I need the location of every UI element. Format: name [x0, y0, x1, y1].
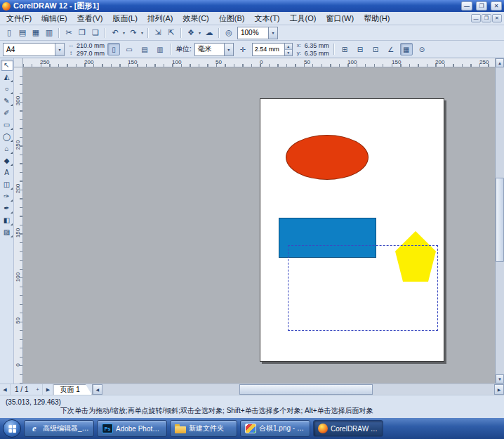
new-icon[interactable]: ▯ ▾	[3, 27, 15, 39]
basic-shapes-tool[interactable]: ◆	[1, 155, 13, 166]
chevron-down-icon[interactable]: ▾	[55, 44, 64, 55]
spin-down-icon[interactable]: ▼	[285, 49, 292, 55]
portrait-button[interactable]: ▯	[107, 43, 120, 55]
undo-icon[interactable]: ↶ ▾	[109, 27, 126, 39]
paper-height-field[interactable]: ↕297.0 mm	[67, 50, 105, 57]
pick-tool[interactable]: ↖	[1, 60, 13, 71]
taskbar-item-browser[interactable]: e 高级编辑器_百度...	[24, 420, 94, 437]
snap-to-objects-icon[interactable]: ⊡	[369, 43, 382, 55]
options-icon[interactable]: ⊙	[416, 43, 428, 55]
paper-type-combo[interactable]: A4 ▾	[3, 43, 65, 56]
snap-to-grid-icon[interactable]: ⊞	[338, 43, 351, 55]
menu-help[interactable]: 帮助(H)	[359, 12, 394, 25]
save-icon[interactable]: ▦ ▾	[29, 27, 42, 39]
spin-up-icon[interactable]: ▲	[285, 44, 292, 49]
menu-view[interactable]: 查看(V)	[72, 12, 108, 25]
ruler-origin[interactable]	[14, 58, 23, 67]
export-icon[interactable]: ⇱ ▾	[165, 27, 178, 39]
menu-tools[interactable]: 工具(O)	[285, 12, 321, 25]
vertical-scroll-track[interactable]	[496, 67, 504, 374]
minimize-button[interactable]: —	[461, 1, 472, 11]
text-tool[interactable]: A	[1, 167, 13, 178]
scroll-right-icon[interactable]: ▶	[494, 384, 504, 395]
vertical-scrollbar[interactable]: ▲ ▼	[495, 58, 504, 384]
doc-minimize-button[interactable]: —	[471, 14, 481, 22]
zoom-levels-icon[interactable]: ◎ ▾	[223, 27, 235, 39]
close-button[interactable]: ✕	[491, 1, 502, 11]
menu-file[interactable]: 文件(F)	[1, 12, 37, 25]
page[interactable]	[260, 98, 444, 362]
snap-to-guidelines-icon[interactable]: ⊟	[354, 43, 366, 55]
doc-close-button[interactable]: ✕	[492, 14, 502, 22]
outline-tool[interactable]: ✒	[1, 203, 13, 214]
horizontal-scrollbar[interactable]: ◀ ▶	[92, 384, 504, 395]
horizontal-ruler[interactable]: 25020015010050050100150200250	[23, 58, 495, 67]
menu-edit[interactable]: 编辑(E)	[37, 12, 72, 25]
copy-icon[interactable]: ❐ ▾	[76, 27, 88, 39]
dropdown-arrow-icon[interactable]: ▾	[140, 30, 145, 35]
chevron-down-icon[interactable]: ▾	[268, 27, 277, 39]
taskbar-item-folder[interactable]: 新建文件夹	[170, 420, 237, 437]
current-page-layout-button[interactable]: ▥	[154, 43, 166, 55]
open-icon[interactable]: ▤ ▾	[16, 27, 29, 39]
taskbar-item-paint[interactable]: 合棋1.png - 画图	[240, 420, 310, 437]
menu-window[interactable]: 窗口(W)	[321, 12, 359, 25]
chevron-down-icon[interactable]: ▾	[224, 44, 233, 55]
zoom-level-combo[interactable]: 100% ▾	[237, 27, 278, 39]
horizontal-scroll-thumb[interactable]	[239, 384, 373, 395]
units-combo[interactable]: 毫米 ▾	[194, 43, 234, 56]
zoom-tool[interactable]: ○	[1, 84, 13, 95]
duplicate-y-field[interactable]: y:6.35 mm	[296, 50, 329, 57]
polygon-tool[interactable]: ⌂	[1, 143, 13, 155]
nudge-spinner[interactable]: ▲▼	[284, 44, 292, 55]
first-page-button[interactable]: ◀	[0, 384, 11, 395]
dynamic-guides-icon[interactable]: ∠	[385, 43, 397, 55]
scroll-up-icon[interactable]: ▲	[496, 58, 504, 67]
all-pages-layout-button[interactable]: ▤	[138, 43, 151, 55]
taskbar-item-photoshop[interactable]: Ps Adobe Photosh...	[97, 420, 167, 437]
fill-tool[interactable]: ◧	[1, 215, 13, 226]
print-icon[interactable]: ▥ ▾	[43, 27, 55, 39]
treat-as-filled-icon[interactable]: ▦	[400, 43, 413, 55]
menu-bitmaps[interactable]: 位图(B)	[214, 12, 250, 25]
application-launcher-icon[interactable]: ❖ ▾	[185, 27, 202, 39]
import-icon[interactable]: ⇲ ▾	[152, 27, 164, 39]
interactive-blend-tool[interactable]: ◫	[1, 179, 13, 190]
doc-restore-button[interactable]: ❐	[482, 14, 491, 22]
horizontal-scroll-track[interactable]	[102, 384, 494, 395]
freehand-tool[interactable]: ✎	[1, 96, 13, 107]
menu-arrange[interactable]: 排列(A)	[142, 12, 178, 25]
scroll-left-icon[interactable]: ◀	[93, 384, 102, 395]
paste-icon[interactable]: ❏ ▾	[89, 27, 102, 39]
dropdown-arrow-icon[interactable]: ▾	[121, 30, 126, 35]
redo-icon[interactable]: ↷ ▾	[127, 27, 145, 39]
eyedropper-tool[interactable]: ✑	[1, 191, 13, 202]
page-tab[interactable]: 页面 1	[53, 384, 91, 395]
duplicate-x-field[interactable]: x:6.35 mm	[296, 42, 329, 49]
add-page-button[interactable]: +	[32, 384, 43, 395]
maximize-button[interactable]: ❐	[476, 1, 487, 11]
start-button[interactable]	[3, 419, 21, 438]
interactive-fill-tool[interactable]: ▨	[1, 227, 13, 238]
vertical-ruler[interactable]: 300250200150100500	[14, 67, 23, 384]
paper-width-field[interactable]: ↔210.0 mm	[67, 42, 105, 49]
dropdown-arrow-icon[interactable]: ▾	[197, 30, 202, 35]
menu-text[interactable]: 文本(T)	[249, 12, 284, 25]
ellipse-tool[interactable]: ◯	[1, 131, 13, 143]
drawing-canvas[interactable]	[23, 67, 495, 384]
taskbar-item-coreldraw[interactable]: CorelDRAW 12 -...	[313, 420, 383, 437]
vertical-scroll-thumb[interactable]	[496, 178, 504, 262]
smart-drawing-tool[interactable]: ✐	[1, 107, 13, 119]
scroll-down-icon[interactable]: ▼	[496, 374, 504, 384]
ellipse-shape[interactable]	[286, 135, 369, 180]
cut-icon[interactable]: ✂ ▾	[62, 27, 75, 39]
menu-layout[interactable]: 版面(L)	[107, 12, 142, 25]
last-page-button[interactable]: ▶	[43, 384, 53, 395]
corel-online-icon[interactable]: ☁ ▾	[203, 27, 215, 39]
menu-effects[interactable]: 效果(C)	[178, 12, 214, 25]
ruler-label: 200	[435, 59, 444, 65]
nudge-offset-field[interactable]: 2.54 mm ▲▼	[252, 43, 293, 56]
rectangle-tool[interactable]: ▭	[1, 119, 13, 131]
shape-tool[interactable]: ◭	[1, 72, 13, 83]
landscape-button[interactable]: ▭	[123, 43, 135, 55]
